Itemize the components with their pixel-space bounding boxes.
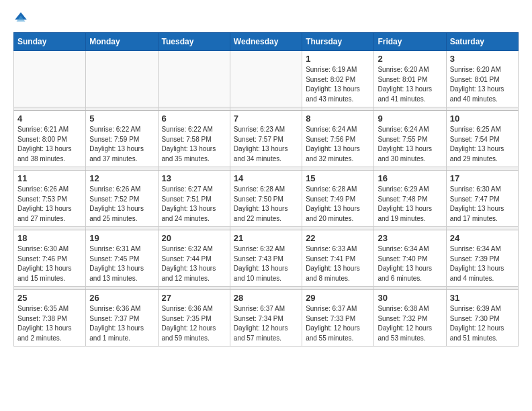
day-info: Sunrise: 6:35 AM Sunset: 7:38 PM Dayligh… (17, 304, 82, 343)
day-number: 28 (234, 293, 298, 303)
day-number: 2 (378, 54, 442, 64)
day-info: Sunrise: 6:21 AM Sunset: 8:00 PM Dayligh… (17, 125, 82, 164)
day-info: Sunrise: 6:20 AM Sunset: 8:01 PM Dayligh… (450, 65, 515, 104)
calendar-cell: 23Sunrise: 6:34 AM Sunset: 7:40 PM Dayli… (374, 230, 446, 287)
day-info: Sunrise: 6:32 AM Sunset: 7:44 PM Dayligh… (162, 244, 226, 283)
calendar-cell: 16Sunrise: 6:29 AM Sunset: 7:48 PM Dayli… (374, 171, 446, 227)
weekday-header-wednesday: Wednesday (230, 33, 302, 51)
day-number: 3 (450, 54, 515, 64)
day-info: Sunrise: 6:28 AM Sunset: 7:50 PM Dayligh… (234, 185, 298, 224)
calendar-cell: 31Sunrise: 6:39 AM Sunset: 7:30 PM Dayli… (446, 290, 518, 347)
day-number: 6 (162, 113, 226, 124)
calendar-cell: 5Sunrise: 6:22 AM Sunset: 7:59 PM Daylig… (86, 111, 158, 167)
day-number: 7 (234, 113, 298, 124)
day-info: Sunrise: 6:30 AM Sunset: 7:47 PM Dayligh… (450, 185, 515, 224)
day-info: Sunrise: 6:23 AM Sunset: 7:57 PM Dayligh… (234, 125, 298, 164)
calendar-cell: 21Sunrise: 6:32 AM Sunset: 7:43 PM Dayli… (230, 230, 302, 287)
day-number: 10 (450, 113, 515, 124)
weekday-header-friday: Friday (374, 33, 446, 51)
calendar-cell: 11Sunrise: 6:26 AM Sunset: 7:53 PM Dayli… (14, 171, 86, 227)
weekday-header-saturday: Saturday (446, 33, 518, 51)
day-number: 29 (306, 293, 370, 303)
calendar-cell: 3Sunrise: 6:20 AM Sunset: 8:01 PM Daylig… (446, 51, 518, 107)
calendar-week-row-3: 18Sunrise: 6:30 AM Sunset: 7:46 PM Dayli… (14, 230, 519, 287)
day-info: Sunrise: 6:22 AM Sunset: 7:59 PM Dayligh… (89, 125, 154, 164)
calendar-week-row-0: 1Sunrise: 6:19 AM Sunset: 8:02 PM Daylig… (14, 51, 519, 107)
day-info: Sunrise: 6:19 AM Sunset: 8:02 PM Dayligh… (306, 65, 370, 104)
calendar-cell: 26Sunrise: 6:36 AM Sunset: 7:37 PM Dayli… (86, 290, 158, 347)
calendar-cell: 2Sunrise: 6:20 AM Sunset: 8:01 PM Daylig… (374, 51, 446, 107)
day-number: 20 (162, 233, 226, 243)
calendar-cell: 13Sunrise: 6:27 AM Sunset: 7:51 PM Dayli… (158, 171, 230, 227)
day-info: Sunrise: 6:37 AM Sunset: 7:33 PM Dayligh… (306, 304, 370, 343)
day-info: Sunrise: 6:38 AM Sunset: 7:32 PM Dayligh… (378, 304, 442, 343)
calendar-cell: 6Sunrise: 6:22 AM Sunset: 7:58 PM Daylig… (158, 111, 230, 167)
calendar-cell: 4Sunrise: 6:21 AM Sunset: 8:00 PM Daylig… (14, 111, 86, 167)
calendar-week-row-1: 4Sunrise: 6:21 AM Sunset: 8:00 PM Daylig… (14, 111, 519, 167)
day-info: Sunrise: 6:26 AM Sunset: 7:53 PM Dayligh… (17, 185, 82, 224)
calendar-cell (14, 51, 86, 107)
day-number: 25 (17, 293, 82, 303)
calendar-cell: 9Sunrise: 6:24 AM Sunset: 7:55 PM Daylig… (374, 111, 446, 167)
header (13, 11, 519, 26)
day-number: 24 (450, 233, 515, 243)
calendar-cell: 10Sunrise: 6:25 AM Sunset: 7:54 PM Dayli… (446, 111, 518, 167)
calendar-cell: 20Sunrise: 6:32 AM Sunset: 7:44 PM Dayli… (158, 230, 230, 287)
logo (13, 11, 31, 26)
day-number: 5 (89, 113, 154, 124)
day-number: 1 (306, 54, 370, 64)
weekday-header-thursday: Thursday (302, 33, 374, 51)
calendar-cell: 28Sunrise: 6:37 AM Sunset: 7:34 PM Dayli… (230, 290, 302, 347)
day-number: 21 (234, 233, 298, 243)
day-number: 15 (306, 173, 370, 183)
day-number: 30 (378, 293, 442, 303)
calendar-week-row-2: 11Sunrise: 6:26 AM Sunset: 7:53 PM Dayli… (14, 171, 519, 227)
calendar-cell: 19Sunrise: 6:31 AM Sunset: 7:45 PM Dayli… (86, 230, 158, 287)
day-info: Sunrise: 6:30 AM Sunset: 7:46 PM Dayligh… (17, 244, 82, 283)
day-number: 22 (306, 233, 370, 243)
day-info: Sunrise: 6:22 AM Sunset: 7:58 PM Dayligh… (162, 125, 226, 164)
day-info: Sunrise: 6:31 AM Sunset: 7:45 PM Dayligh… (89, 244, 154, 283)
weekday-header-monday: Monday (86, 33, 158, 51)
weekday-header-sunday: Sunday (14, 33, 86, 51)
logo-icon (13, 11, 28, 26)
day-number: 16 (378, 173, 442, 183)
calendar-cell (86, 51, 158, 107)
day-number: 17 (450, 173, 515, 183)
day-info: Sunrise: 6:39 AM Sunset: 7:30 PM Dayligh… (450, 304, 515, 343)
day-info: Sunrise: 6:24 AM Sunset: 7:55 PM Dayligh… (378, 125, 442, 164)
calendar-cell: 1Sunrise: 6:19 AM Sunset: 8:02 PM Daylig… (302, 51, 374, 107)
day-info: Sunrise: 6:34 AM Sunset: 7:40 PM Dayligh… (378, 244, 442, 283)
weekday-header-tuesday: Tuesday (158, 33, 230, 51)
day-info: Sunrise: 6:32 AM Sunset: 7:43 PM Dayligh… (234, 244, 298, 283)
day-number: 18 (17, 233, 82, 243)
day-number: 8 (306, 113, 370, 124)
day-info: Sunrise: 6:37 AM Sunset: 7:34 PM Dayligh… (234, 304, 298, 343)
day-number: 11 (17, 173, 82, 183)
day-number: 27 (162, 293, 226, 303)
day-info: Sunrise: 6:34 AM Sunset: 7:39 PM Dayligh… (450, 244, 515, 283)
day-info: Sunrise: 6:24 AM Sunset: 7:56 PM Dayligh… (306, 125, 370, 164)
calendar-cell (230, 51, 302, 107)
day-number: 12 (89, 173, 154, 183)
day-number: 26 (89, 293, 154, 303)
calendar-cell: 17Sunrise: 6:30 AM Sunset: 7:47 PM Dayli… (446, 171, 518, 227)
day-info: Sunrise: 6:36 AM Sunset: 7:37 PM Dayligh… (89, 304, 154, 343)
calendar-week-row-4: 25Sunrise: 6:35 AM Sunset: 7:38 PM Dayli… (14, 290, 519, 347)
day-number: 31 (450, 293, 515, 303)
calendar-cell: 27Sunrise: 6:36 AM Sunset: 7:35 PM Dayli… (158, 290, 230, 347)
calendar-cell: 15Sunrise: 6:28 AM Sunset: 7:49 PM Dayli… (302, 171, 374, 227)
day-info: Sunrise: 6:27 AM Sunset: 7:51 PM Dayligh… (162, 185, 226, 224)
day-number: 23 (378, 233, 442, 243)
day-info: Sunrise: 6:29 AM Sunset: 7:48 PM Dayligh… (378, 185, 442, 224)
calendar-cell (158, 51, 230, 107)
day-info: Sunrise: 6:36 AM Sunset: 7:35 PM Dayligh… (162, 304, 226, 343)
day-info: Sunrise: 6:28 AM Sunset: 7:49 PM Dayligh… (306, 185, 370, 224)
day-number: 13 (162, 173, 226, 183)
day-info: Sunrise: 6:20 AM Sunset: 8:01 PM Dayligh… (378, 65, 442, 104)
calendar-cell: 25Sunrise: 6:35 AM Sunset: 7:38 PM Dayli… (14, 290, 86, 347)
calendar-cell: 7Sunrise: 6:23 AM Sunset: 7:57 PM Daylig… (230, 111, 302, 167)
day-number: 9 (378, 113, 442, 124)
calendar-cell: 30Sunrise: 6:38 AM Sunset: 7:32 PM Dayli… (374, 290, 446, 347)
day-info: Sunrise: 6:26 AM Sunset: 7:52 PM Dayligh… (89, 185, 154, 224)
